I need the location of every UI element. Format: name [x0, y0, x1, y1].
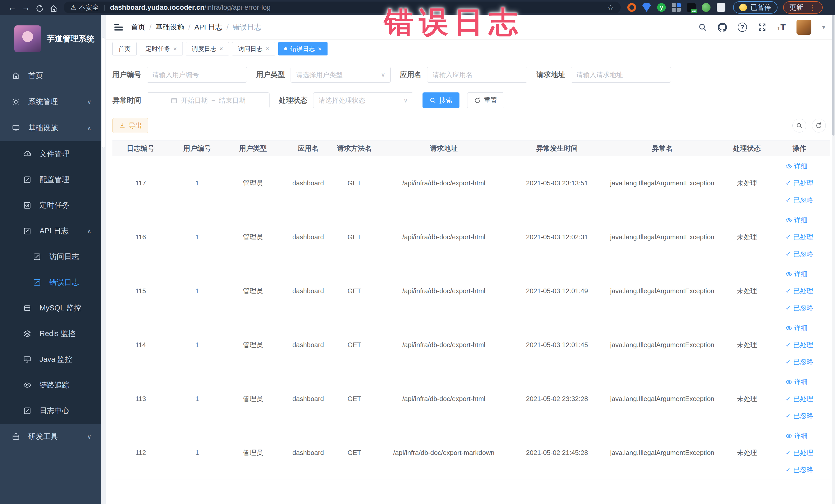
profile-paused-button[interactable]: 已暂停: [733, 1, 777, 14]
tab-home[interactable]: 首页: [113, 42, 137, 56]
caret-down-icon[interactable]: ▾: [822, 24, 825, 31]
search-button[interactable]: 搜索: [423, 93, 460, 108]
ignored-link[interactable]: ✓已忽略: [786, 461, 813, 478]
security-label: 不安全: [79, 3, 99, 12]
extension-grid-icon[interactable]: [672, 3, 681, 12]
sidebar-item-dev-tools[interactable]: 研发工具 ∨: [0, 424, 101, 450]
user-avatar[interactable]: [796, 20, 811, 35]
app-name-input[interactable]: [427, 67, 527, 83]
fullscreen-icon[interactable]: [758, 23, 767, 32]
breadcrumb-api-log[interactable]: API 日志: [195, 22, 223, 32]
process-status-select[interactable]: 请选择处理状态 ∨: [313, 93, 413, 108]
browser-menu-icon[interactable]: ⋮: [809, 3, 816, 12]
toolbox-icon: [11, 432, 21, 441]
sidebar-scrollbar-thumb[interactable]: [102, 38, 105, 148]
database-icon: [23, 304, 32, 312]
tab-access-log[interactable]: 访问日志 ×: [232, 42, 275, 56]
page-scrollbar-thumb[interactable]: [832, 15, 834, 136]
ignored-link[interactable]: ✓已忽略: [786, 246, 813, 263]
ignored-link[interactable]: ✓已忽略: [786, 407, 813, 424]
browser-home-icon[interactable]: [47, 2, 61, 13]
ignored-link[interactable]: ✓已忽略: [786, 300, 813, 317]
detail-link[interactable]: 详细: [786, 320, 813, 337]
bookmark-star-icon[interactable]: ☆: [607, 3, 614, 12]
ignored-link[interactable]: ✓已忽略: [786, 354, 813, 370]
extension-green-icon[interactable]: y: [657, 3, 666, 12]
extension-shield-icon[interactable]: [642, 3, 651, 12]
search-icon[interactable]: [698, 23, 707, 32]
processed-link[interactable]: ✓已处理: [786, 175, 813, 192]
close-icon[interactable]: ×: [318, 45, 322, 53]
browser-update-button[interactable]: 更新 ⋮: [783, 1, 823, 14]
tab-scheduled-jobs[interactable]: 定时任务 ×: [140, 42, 183, 56]
show-search-toggle-button[interactable]: [792, 119, 806, 133]
app-logo[interactable]: 芋道管理系统: [0, 15, 101, 63]
cell-exception: java.lang.IllegalArgumentException: [599, 156, 725, 210]
detail-link[interactable]: 详细: [786, 266, 813, 283]
check-icon: ✓: [786, 196, 791, 204]
detail-link[interactable]: 详细: [786, 158, 813, 175]
detail-link[interactable]: 详细: [786, 374, 813, 390]
extensions-puzzle-icon[interactable]: [717, 3, 726, 12]
sidebar-item-log-center[interactable]: 日志中心: [0, 398, 101, 424]
github-icon[interactable]: [718, 23, 727, 32]
sidebar-item-api-log[interactable]: API 日志 ∧: [0, 218, 101, 244]
browser-back-icon[interactable]: ←: [5, 3, 19, 12]
refresh-table-button[interactable]: [812, 119, 826, 133]
eye-icon: [786, 217, 792, 224]
tab-schedule-log[interactable]: 调度日志 ×: [186, 42, 229, 56]
monitor-icon: [11, 124, 21, 132]
close-icon[interactable]: ×: [220, 45, 223, 53]
sidebar-item-error-log[interactable]: 错误日志: [0, 269, 101, 295]
extension-leaf-icon[interactable]: [702, 3, 711, 12]
cell-time: 2021-05-02 23:32:28: [515, 372, 599, 426]
processed-link[interactable]: ✓已处理: [786, 283, 813, 300]
sidebar-item-infrastructure[interactable]: 基础设施 ∧: [0, 115, 101, 141]
sidebar-scrollbar[interactable]: [101, 15, 106, 504]
sidebar-item-access-log[interactable]: 访问日志: [0, 244, 101, 269]
extension-toggle-icon[interactable]: on: [687, 3, 696, 12]
processed-link[interactable]: ✓已处理: [786, 229, 813, 246]
sidebar-item-redis-monitor[interactable]: Redis 监控: [0, 321, 101, 347]
address-bar[interactable]: ⚠ 不安全 | dashboard.yudao.iocoder.cn/infra…: [64, 2, 621, 13]
page-scrollbar[interactable]: [832, 15, 835, 504]
sidebar-fold-icon[interactable]: [114, 23, 124, 32]
breadcrumb-infrastructure[interactable]: 基础设施: [156, 22, 184, 32]
request-url-input[interactable]: [571, 67, 671, 83]
detail-link[interactable]: 详细: [786, 212, 813, 229]
browser-reload-icon[interactable]: [33, 2, 47, 13]
sidebar-item-mysql-monitor[interactable]: MySQL 监控: [0, 295, 101, 321]
extension-orange-icon[interactable]: [627, 3, 636, 12]
user-id-input[interactable]: [147, 67, 247, 83]
ignored-link[interactable]: ✓已忽略: [786, 192, 813, 209]
cell-status: 未处理: [725, 210, 769, 264]
user-type-select[interactable]: 请选择用户类型 ∨: [290, 67, 391, 83]
browser-forward-icon[interactable]: →: [19, 3, 33, 12]
sidebar-item-tracing[interactable]: 链路追踪: [0, 372, 101, 398]
close-icon[interactable]: ×: [266, 45, 269, 53]
sidebar-item-java-monitor[interactable]: Java 监控: [0, 347, 101, 372]
sidebar-item-home[interactable]: 首页: [0, 63, 101, 89]
tab-error-log[interactable]: 错误日志 ×: [278, 42, 328, 56]
filter-row-2: 异常时间 开始日期 ~ 结束日期 处理状态 请选择处理状态 ∨ 搜索: [113, 93, 830, 108]
font-size-icon[interactable]: TT: [777, 23, 786, 32]
sidebar-item-system[interactable]: 系统管理 ∨: [0, 89, 101, 115]
security-warning[interactable]: ⚠ 不安全: [70, 3, 99, 12]
exception-time-range-picker[interactable]: 开始日期 ~ 结束日期: [147, 93, 269, 108]
breadcrumb-home[interactable]: 首页: [131, 22, 145, 32]
processed-link[interactable]: ✓已处理: [786, 337, 813, 354]
processed-link[interactable]: ✓已处理: [786, 444, 813, 461]
check-icon: ✓: [786, 287, 791, 295]
cell-user_id: 1: [169, 426, 225, 480]
detail-link[interactable]: 详细: [786, 427, 813, 444]
reset-button[interactable]: 重置: [467, 93, 504, 108]
sidebar-item-scheduled-jobs[interactable]: 定时任务: [0, 193, 101, 218]
export-button[interactable]: 导出: [113, 118, 148, 133]
url-text[interactable]: dashboard.yudao.iocoder.cn/infra/log/api…: [110, 4, 271, 12]
sidebar-item-config-management[interactable]: 配置管理: [0, 167, 101, 193]
table-header-row: 日志编号 用户编号 用户类型 应用名 请求方法名 请求地址 异常发生时间 异常名…: [113, 140, 830, 156]
sidebar-item-file-management[interactable]: 文件管理: [0, 141, 101, 167]
help-icon[interactable]: ?: [738, 23, 747, 32]
close-icon[interactable]: ×: [173, 45, 177, 53]
processed-link[interactable]: ✓已处理: [786, 390, 813, 407]
